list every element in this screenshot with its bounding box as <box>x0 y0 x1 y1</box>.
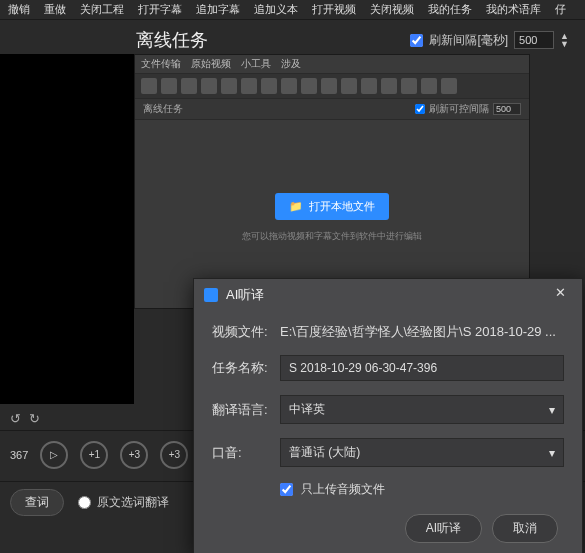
video-preview-black <box>0 54 134 404</box>
toolbar-icon[interactable] <box>441 78 457 94</box>
refresh-control: 刷新间隔[毫秒] ▲▼ <box>410 31 569 49</box>
upload-audio-only-row: 只上传音频文件 <box>280 481 564 498</box>
inner-subbar-title: 离线任务 <box>143 102 183 116</box>
menu-open-video[interactable]: 打开视频 <box>312 2 356 17</box>
accent-row: 口音: 普通话 (大陆) ▾ <box>212 438 564 467</box>
dialog-header: AI听译 ✕ <box>194 279 582 311</box>
inner-menu-tools[interactable]: 小工具 <box>241 57 271 71</box>
inner-subbar: 离线任务 刷新可控间隔 <box>135 99 529 120</box>
accent-value: 普通话 (大陆) <box>289 444 360 461</box>
timeline-offset-3[interactable]: +3 <box>160 441 188 469</box>
menu-append-subtitle[interactable]: 追加字幕 <box>196 2 240 17</box>
toolbar-icon[interactable] <box>241 78 257 94</box>
menu-close-project[interactable]: 关闭工程 <box>80 2 124 17</box>
toolbar-icon[interactable] <box>201 78 217 94</box>
accent-select[interactable]: 普通话 (大陆) ▾ <box>280 438 564 467</box>
toolbar-icon[interactable] <box>301 78 317 94</box>
rotate-right-icon[interactable]: ↻ <box>29 411 40 426</box>
listen-translate-toggle[interactable]: 原文选词翻译 <box>78 494 169 511</box>
refresh-interval-input[interactable] <box>514 31 554 49</box>
inner-refresh-input[interactable] <box>493 103 521 115</box>
chevron-down-icon: ▾ <box>549 403 555 417</box>
dialog-body: 视频文件: E:\百度经验\哲学怪人\经验图片\S 2018-10-29 ...… <box>194 311 582 553</box>
inner-refresh-checkbox[interactable] <box>415 104 425 114</box>
dialog-app-icon <box>204 288 218 302</box>
top-menu: 撤销 重做 关闭工程 打开字幕 追加字幕 追加义本 打开视频 关闭视频 我的任务… <box>0 0 585 20</box>
menu-more[interactable]: 仔 <box>555 2 566 17</box>
toolbar-icon[interactable] <box>141 78 157 94</box>
open-hint: 您可以拖动视频和字幕文件到软件中进行编辑 <box>242 230 422 243</box>
chevron-down-icon: ▾ <box>549 446 555 460</box>
toolbar-icon[interactable] <box>401 78 417 94</box>
inner-refresh-label: 刷新可控间隔 <box>429 102 489 116</box>
video-file-value: E:\百度经验\哲学怪人\经验图片\S 2018-10-29 ... <box>280 323 564 341</box>
video-file-label: 视频文件: <box>212 323 280 341</box>
inner-toolbar <box>135 74 529 99</box>
translate-lang-label: 翻译语言: <box>212 401 280 419</box>
translate-lang-row: 翻译语言: 中译英 ▾ <box>212 395 564 424</box>
toolbar-icon[interactable] <box>281 78 297 94</box>
video-file-row: 视频文件: E:\百度经验\哲学怪人\经验图片\S 2018-10-29 ... <box>212 323 564 341</box>
translate-lang-select[interactable]: 中译英 ▾ <box>280 395 564 424</box>
dialog-footer: AI听译 取消 <box>212 514 564 543</box>
menu-my-glossary[interactable]: 我的术语库 <box>486 2 541 17</box>
refresh-label: 刷新间隔[毫秒] <box>429 32 508 49</box>
timeline-offset-2[interactable]: +3 <box>120 441 148 469</box>
toolbar-icon[interactable] <box>181 78 197 94</box>
ai-translate-dialog: AI听译 ✕ 视频文件: E:\百度经验\哲学怪人\经验图片\S 2018-10… <box>193 278 583 553</box>
toolbar-icon[interactable] <box>341 78 357 94</box>
lookup-button[interactable]: 查词 <box>10 489 64 516</box>
upload-audio-only-label: 只上传音频文件 <box>301 481 385 498</box>
toolbar-icon[interactable] <box>261 78 277 94</box>
inner-menu-design[interactable]: 涉及 <box>281 57 301 71</box>
toolbar-icon[interactable] <box>161 78 177 94</box>
refresh-stepper[interactable]: ▲▼ <box>560 32 569 48</box>
inner-body: 📁 打开本地文件 您可以拖动视频和字幕文件到软件中进行编辑 <box>135 120 529 303</box>
folder-icon: 📁 <box>289 200 303 213</box>
menu-redo[interactable]: 重做 <box>44 2 66 17</box>
close-icon[interactable]: ✕ <box>548 285 572 305</box>
open-local-file-button[interactable]: 📁 打开本地文件 <box>275 193 389 220</box>
toolbar-icon[interactable] <box>421 78 437 94</box>
open-local-file-label: 打开本地文件 <box>309 199 375 214</box>
accent-label: 口音: <box>212 444 280 462</box>
inner-menu-file[interactable]: 文件传输 <box>141 57 181 71</box>
refresh-checkbox[interactable] <box>410 34 423 47</box>
dialog-title: AI听译 <box>226 286 264 304</box>
timeline-time: 367 <box>10 449 28 461</box>
listen-translate-label: 原文选词翻译 <box>97 494 169 511</box>
timeline-play-button[interactable]: ▷ <box>40 441 68 469</box>
menu-undo[interactable]: 撤销 <box>8 2 30 17</box>
menu-open-subtitle[interactable]: 打开字幕 <box>138 2 182 17</box>
menu-close-video[interactable]: 关闭视频 <box>370 2 414 17</box>
toolbar-icon[interactable] <box>381 78 397 94</box>
toolbar-icon[interactable] <box>361 78 377 94</box>
menu-my-tasks[interactable]: 我的任务 <box>428 2 472 17</box>
cancel-button[interactable]: 取消 <box>492 514 558 543</box>
menu-append-text[interactable]: 追加义本 <box>254 2 298 17</box>
inner-menu-raw[interactable]: 原始视频 <box>191 57 231 71</box>
toolbar-icon[interactable] <box>221 78 237 94</box>
rotate-left-icon[interactable]: ↺ <box>10 411 21 426</box>
inner-window: 文件传输 原始视频 小工具 涉及 离线任务 刷新可控间隔 📁 打开本地文件 <box>134 54 530 309</box>
inner-menu: 文件传输 原始视频 小工具 涉及 <box>135 55 529 74</box>
timeline-offset-1[interactable]: +1 <box>80 441 108 469</box>
listen-translate-radio[interactable] <box>78 496 91 509</box>
task-name-input[interactable] <box>280 355 564 381</box>
page-title: 离线任务 <box>136 28 208 52</box>
task-name-label: 任务名称: <box>212 359 280 377</box>
translate-lang-value: 中译英 <box>289 401 325 418</box>
task-name-row: 任务名称: <box>212 355 564 381</box>
toolbar-icon[interactable] <box>321 78 337 94</box>
upload-audio-only-checkbox[interactable] <box>280 483 293 496</box>
confirm-button[interactable]: AI听译 <box>405 514 482 543</box>
